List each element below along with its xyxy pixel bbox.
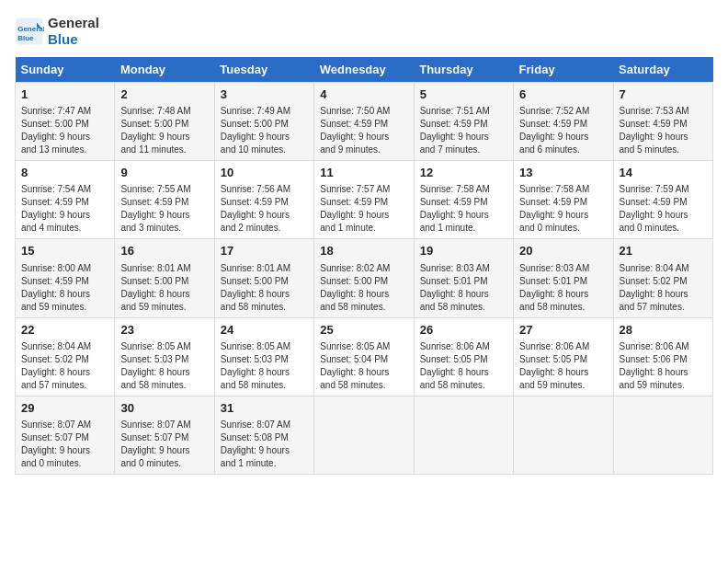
column-header-saturday: Saturday [613,57,712,83]
day-info: Sunrise: 8:05 AM Sunset: 5:04 PM Dayligh… [320,340,407,392]
day-number: 19 [420,243,507,259]
calendar-cell: 10Sunrise: 7:56 AM Sunset: 4:59 PM Dayli… [214,161,313,239]
day-info: Sunrise: 7:52 AM Sunset: 4:59 PM Dayligh… [519,105,607,156]
day-info: Sunrise: 8:02 AM Sunset: 5:00 PM Dayligh… [320,262,407,314]
calendar-cell: 26Sunrise: 8:06 AM Sunset: 5:05 PM Dayli… [414,317,513,396]
calendar-cell: 31Sunrise: 8:07 AM Sunset: 5:08 PM Dayli… [214,396,313,474]
calendar-cell: 24Sunrise: 8:05 AM Sunset: 5:03 PM Dayli… [214,317,313,396]
calendar-cell: 5Sunrise: 7:51 AM Sunset: 4:59 PM Daylig… [414,83,513,161]
calendar-cell: 25Sunrise: 8:05 AM Sunset: 5:04 PM Dayli… [314,317,414,396]
day-info: Sunrise: 7:47 AM Sunset: 5:00 PM Dayligh… [21,105,108,156]
column-header-friday: Friday [514,57,613,83]
day-info: Sunrise: 7:57 AM Sunset: 4:59 PM Dayligh… [320,183,407,235]
svg-text:General: General [17,25,44,33]
calendar-cell: 7Sunrise: 7:53 AM Sunset: 4:59 PM Daylig… [613,83,712,161]
calendar-cell: 18Sunrise: 8:02 AM Sunset: 5:00 PM Dayli… [314,239,414,317]
day-info: Sunrise: 7:48 AM Sunset: 5:00 PM Dayligh… [120,105,208,156]
day-number: 8 [21,165,108,181]
day-number: 4 [320,86,407,103]
day-number: 10 [221,165,308,181]
day-info: Sunrise: 8:06 AM Sunset: 5:06 PM Dayligh… [620,340,707,392]
calendar-cell: 23Sunrise: 8:05 AM Sunset: 5:03 PM Dayli… [115,317,214,396]
day-info: Sunrise: 8:05 AM Sunset: 5:03 PM Dayligh… [221,340,308,392]
calendar-cell: 11Sunrise: 7:57 AM Sunset: 4:59 PM Dayli… [314,161,414,239]
day-number: 26 [420,322,507,339]
page-header: General Blue General Blue [15,15,713,48]
calendar-cell: 21Sunrise: 8:04 AM Sunset: 5:02 PM Dayli… [613,239,712,317]
calendar-body: 1Sunrise: 7:47 AM Sunset: 5:00 PM Daylig… [16,83,713,475]
calendar-cell: 16Sunrise: 8:01 AM Sunset: 5:00 PM Dayli… [115,239,214,317]
calendar-cell: 20Sunrise: 8:03 AM Sunset: 5:01 PM Dayli… [514,239,613,317]
column-header-sunday: Sunday [16,57,115,83]
column-header-tuesday: Tuesday [214,57,313,83]
calendar-cell: 6Sunrise: 7:52 AM Sunset: 4:59 PM Daylig… [514,83,613,161]
calendar-table: SundayMondayTuesdayWednesdayThursdayFrid… [15,57,713,475]
day-info: Sunrise: 7:58 AM Sunset: 4:59 PM Dayligh… [420,183,507,235]
day-info: Sunrise: 8:04 AM Sunset: 5:02 PM Dayligh… [21,340,108,392]
calendar-cell: 12Sunrise: 7:58 AM Sunset: 4:59 PM Dayli… [414,161,513,239]
day-info: Sunrise: 8:04 AM Sunset: 5:02 PM Dayligh… [620,262,707,314]
calendar-header: SundayMondayTuesdayWednesdayThursdayFrid… [16,57,713,83]
day-number: 20 [519,243,607,259]
calendar-cell [314,396,414,474]
day-info: Sunrise: 8:05 AM Sunset: 5:03 PM Dayligh… [120,340,208,392]
day-info: Sunrise: 7:53 AM Sunset: 4:59 PM Dayligh… [620,105,707,156]
day-info: Sunrise: 7:49 AM Sunset: 5:00 PM Dayligh… [221,105,308,156]
day-info: Sunrise: 8:01 AM Sunset: 5:00 PM Dayligh… [221,262,308,314]
day-info: Sunrise: 7:55 AM Sunset: 4:59 PM Dayligh… [120,183,208,235]
calendar-cell: 13Sunrise: 7:58 AM Sunset: 4:59 PM Dayli… [514,161,613,239]
week-row-6: 29Sunrise: 8:07 AM Sunset: 5:07 PM Dayli… [16,396,713,474]
svg-text:Blue: Blue [17,34,34,42]
calendar-cell: 3Sunrise: 7:49 AM Sunset: 5:00 PM Daylig… [214,83,313,161]
week-row-4: 15Sunrise: 8:00 AM Sunset: 4:59 PM Dayli… [16,239,713,317]
column-header-thursday: Thursday [414,57,513,83]
day-number: 9 [120,165,208,181]
week-row-2: 1Sunrise: 7:47 AM Sunset: 5:00 PM Daylig… [16,83,713,161]
calendar-cell: 30Sunrise: 8:07 AM Sunset: 5:07 PM Dayli… [115,396,214,474]
calendar-cell: 14Sunrise: 7:59 AM Sunset: 4:59 PM Dayli… [613,161,712,239]
logo-text-general: General [48,15,99,31]
day-number: 5 [420,86,507,103]
calendar-cell: 8Sunrise: 7:54 AM Sunset: 4:59 PM Daylig… [16,161,115,239]
day-info: Sunrise: 8:07 AM Sunset: 5:07 PM Dayligh… [21,419,108,470]
day-number: 22 [21,322,108,339]
calendar-cell: 1Sunrise: 7:47 AM Sunset: 5:00 PM Daylig… [16,83,115,161]
logo: General Blue General Blue [15,15,99,48]
day-info: Sunrise: 8:00 AM Sunset: 4:59 PM Dayligh… [21,262,108,314]
calendar-cell: 4Sunrise: 7:50 AM Sunset: 4:59 PM Daylig… [314,83,414,161]
day-info: Sunrise: 7:56 AM Sunset: 4:59 PM Dayligh… [221,183,308,235]
day-number: 16 [120,243,208,259]
day-number: 31 [221,400,308,417]
day-number: 3 [221,86,308,103]
calendar-cell [613,396,712,474]
calendar-cell: 22Sunrise: 8:04 AM Sunset: 5:02 PM Dayli… [16,317,115,396]
day-info: Sunrise: 8:06 AM Sunset: 5:05 PM Dayligh… [519,340,607,392]
day-info: Sunrise: 8:03 AM Sunset: 5:01 PM Dayligh… [519,262,607,314]
day-number: 30 [120,400,208,417]
day-number: 12 [420,165,507,181]
day-number: 21 [620,243,707,259]
calendar-cell: 9Sunrise: 7:55 AM Sunset: 4:59 PM Daylig… [115,161,214,239]
day-number: 7 [620,86,707,103]
day-info: Sunrise: 8:01 AM Sunset: 5:00 PM Dayligh… [120,262,208,314]
day-number: 11 [320,165,407,181]
calendar-cell: 2Sunrise: 7:48 AM Sunset: 5:00 PM Daylig… [115,83,214,161]
day-number: 29 [21,400,108,417]
calendar-cell [414,396,513,474]
day-number: 28 [620,322,707,339]
calendar-cell: 27Sunrise: 8:06 AM Sunset: 5:05 PM Dayli… [514,317,613,396]
day-info: Sunrise: 7:58 AM Sunset: 4:59 PM Dayligh… [519,183,607,235]
day-number: 27 [519,322,607,339]
day-info: Sunrise: 7:54 AM Sunset: 4:59 PM Dayligh… [21,183,108,235]
calendar-cell [514,396,613,474]
column-header-wednesday: Wednesday [314,57,414,83]
calendar-cell: 19Sunrise: 8:03 AM Sunset: 5:01 PM Dayli… [414,239,513,317]
logo-text-blue: Blue [48,31,99,48]
week-row-5: 22Sunrise: 8:04 AM Sunset: 5:02 PM Dayli… [16,317,713,396]
day-number: 13 [519,165,607,181]
day-info: Sunrise: 7:50 AM Sunset: 4:59 PM Dayligh… [320,105,407,156]
day-number: 25 [320,322,407,339]
calendar-cell: 29Sunrise: 8:07 AM Sunset: 5:07 PM Dayli… [16,396,115,474]
logo-icon: General Blue [15,17,44,46]
day-info: Sunrise: 8:03 AM Sunset: 5:01 PM Dayligh… [420,262,507,314]
